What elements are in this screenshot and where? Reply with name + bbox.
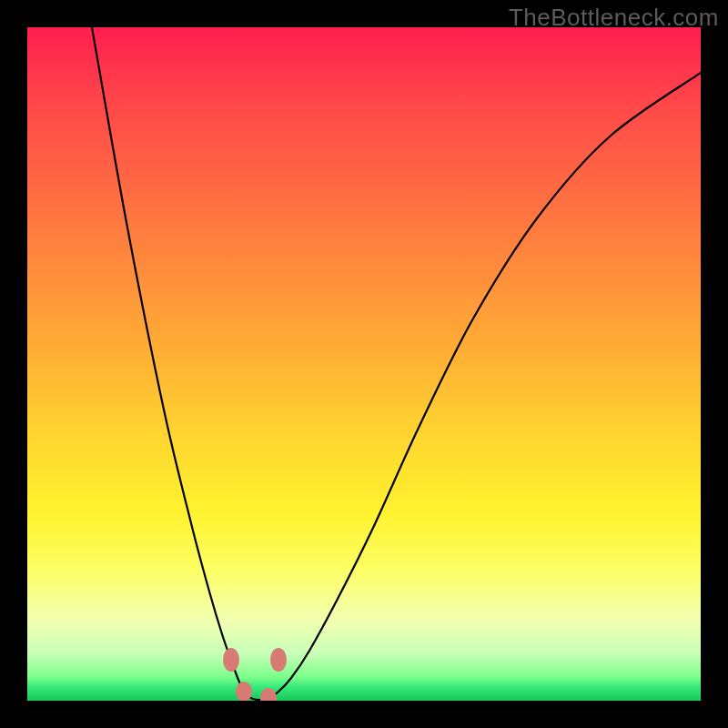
plot-area [27,27,701,701]
curve-bead [260,688,277,701]
bottleneck-curve [92,27,701,700]
curve-bead [223,648,239,672]
watermark-text: TheBottleneck.com [509,4,719,32]
app-frame: TheBottleneck.com [0,0,728,728]
curve-bead [236,682,252,701]
curve-bead [270,648,287,672]
curve-svg [27,27,701,701]
